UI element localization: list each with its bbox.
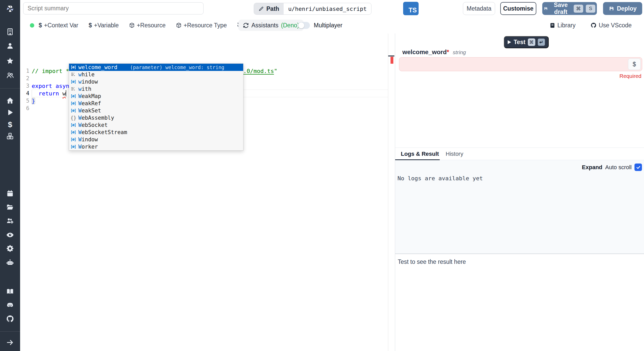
sidebar-item-runs[interactable]: [0, 109, 20, 116]
code-editor[interactable]: 123456 // import * as wmill from "https:…: [20, 34, 395, 351]
tab-logs-result[interactable]: Logs & Result: [401, 148, 439, 160]
sidebar-item-favorites[interactable]: [0, 57, 20, 65]
sidebar-item-variables[interactable]: $: [0, 121, 20, 128]
play-icon: [507, 40, 511, 44]
logs-empty-message: No logs are available yet: [397, 175, 483, 182]
dollar-icon: $: [89, 22, 92, 29]
sidebar-item-audit-logs[interactable]: [0, 231, 20, 239]
symbol-variable-icon: [71, 129, 76, 135]
required-message: Required: [620, 73, 641, 79]
suggestion-item[interactable]: welcome_word(parameter) welcome_word: st…: [69, 64, 243, 71]
line-number: 2: [20, 75, 29, 82]
sidebar-item-github[interactable]: [0, 315, 20, 323]
toggle-knob: [298, 22, 304, 28]
editor-toolbar: $ +Context Var $ +Variable +Resource +Re…: [20, 17, 644, 34]
suggestion-item[interactable]: window: [69, 78, 243, 85]
sidebar-divider: [0, 88, 20, 88]
suggestion-item[interactable]: WeakRef: [69, 100, 243, 107]
path-value[interactable]: u/henri/unbiased_script: [284, 3, 371, 14]
symbol-module-icon: {}: [71, 115, 77, 121]
sidebar-item-workers[interactable]: [0, 217, 20, 225]
suggestion-item[interactable]: with: [69, 85, 243, 93]
folder-open-icon: [6, 203, 14, 211]
discord-icon: [6, 301, 14, 309]
kbd-enter: ↵: [538, 38, 545, 46]
metadata-button[interactable]: Metadata: [463, 2, 495, 15]
path-label: Path: [266, 5, 279, 12]
sidebar-item-schedules[interactable]: [0, 190, 20, 197]
sidebar-item-users[interactable]: [0, 71, 20, 79]
windmill-logo-icon[interactable]: [0, 3, 20, 14]
suggestion-label: WebSocketStream: [78, 129, 127, 135]
sidebar-item-resources[interactable]: [0, 132, 20, 140]
add-context-var-button[interactable]: $ +Context Var: [39, 22, 78, 29]
symbol-variable-icon: [71, 101, 76, 106]
sidebar-item-user[interactable]: [0, 42, 20, 50]
suggestion-item[interactable]: Worker: [69, 143, 243, 150]
symbol-keyword-icon: [71, 72, 76, 77]
autocomplete-widget[interactable]: welcome_word(parameter) welcome_word: st…: [69, 63, 243, 151]
symbol-variable-icon: [71, 108, 76, 113]
calendar-icon: [6, 190, 14, 197]
logs-area: Expand Auto scroll No logs are available…: [395, 160, 644, 254]
insert-variable-button[interactable]: $: [628, 59, 641, 70]
customise-button[interactable]: Customise: [500, 2, 536, 15]
assistants-chip[interactable]: Assistants (Deno): [238, 20, 304, 31]
save-draft-button[interactable]: Save draft ⌘ S: [542, 2, 597, 15]
deploy-button[interactable]: Deploy: [603, 2, 642, 15]
workers-users-gear-icon: [6, 217, 14, 225]
overview-cursor-mark: [388, 55, 394, 56]
path-group[interactable]: Path u/henri/unbiased_script: [254, 3, 371, 15]
dollar-icon: $: [8, 121, 12, 128]
save-icon: [544, 6, 548, 11]
script-summary-input[interactable]: [23, 2, 204, 14]
add-resource-button[interactable]: +Resource: [129, 22, 166, 29]
overview-ruler[interactable]: [388, 34, 395, 351]
symbol-keyword-icon: [71, 86, 76, 92]
suggestion-item[interactable]: WebSocketStream: [69, 129, 243, 136]
suggestion-label: WeakMap: [78, 93, 101, 99]
add-variable-button[interactable]: $ +Variable: [89, 22, 119, 29]
sidebar-collapse-arrow-icon[interactable]: [0, 339, 20, 346]
sidebar-item-settings[interactable]: [0, 244, 20, 252]
autoscroll-checkbox[interactable]: [634, 164, 642, 171]
eye-icon: [6, 231, 14, 239]
home-icon: [6, 97, 14, 104]
path-edit-button[interactable]: Path: [254, 3, 284, 14]
sidebar-item-workspace[interactable]: [0, 28, 20, 36]
suggestion-item[interactable]: while: [69, 71, 243, 78]
multiplayer-toggle[interactable]: [298, 22, 310, 29]
suggestion-item[interactable]: WebSocket: [69, 121, 243, 129]
symbol-variable-icon: [71, 93, 76, 99]
line-number: 6: [20, 105, 29, 112]
sidebar-item-folders[interactable]: [0, 203, 20, 211]
sidebar-item-ai[interactable]: [0, 258, 20, 267]
kbd-cmd: ⌘: [574, 5, 583, 13]
autoscroll-label: Auto scroll: [605, 164, 632, 171]
suggestion-label: WebAssembly: [78, 115, 114, 121]
tab-history[interactable]: History: [446, 148, 463, 160]
argument-field-header: welcome_word * string: [402, 48, 466, 56]
dollar-icon: $: [39, 22, 42, 29]
multiplayer-label: Multiplayer: [314, 17, 342, 34]
sidebar-item-docs[interactable]: [0, 288, 20, 295]
sidebar-item-discord[interactable]: [0, 301, 20, 309]
test-button[interactable]: Test ⌘ ↵: [504, 36, 549, 48]
save-icon: [609, 6, 614, 11]
sidebar-item-home[interactable]: [0, 97, 20, 104]
library-button[interactable]: Library: [549, 22, 575, 29]
suggestion-item[interactable]: WeakSet: [69, 107, 243, 114]
use-vscode-button[interactable]: Use VScode: [590, 22, 632, 29]
deploy-button-label: Deploy: [617, 5, 637, 12]
add-resource-type-button[interactable]: +Resource Type: [176, 22, 227, 29]
suggestion-item[interactable]: WeakMap: [69, 93, 243, 100]
argument-input[interactable]: $: [399, 57, 642, 71]
suggestion-item[interactable]: {}WebAssembly: [69, 114, 243, 121]
suggestion-label: while: [78, 71, 95, 78]
arrow-right-icon: [6, 339, 14, 346]
typescript-badge: TS: [403, 2, 419, 15]
expand-button[interactable]: Expand: [582, 164, 602, 171]
suggestion-item[interactable]: Window: [69, 136, 243, 143]
library-book-icon: [549, 22, 555, 28]
play-icon: [6, 109, 14, 116]
